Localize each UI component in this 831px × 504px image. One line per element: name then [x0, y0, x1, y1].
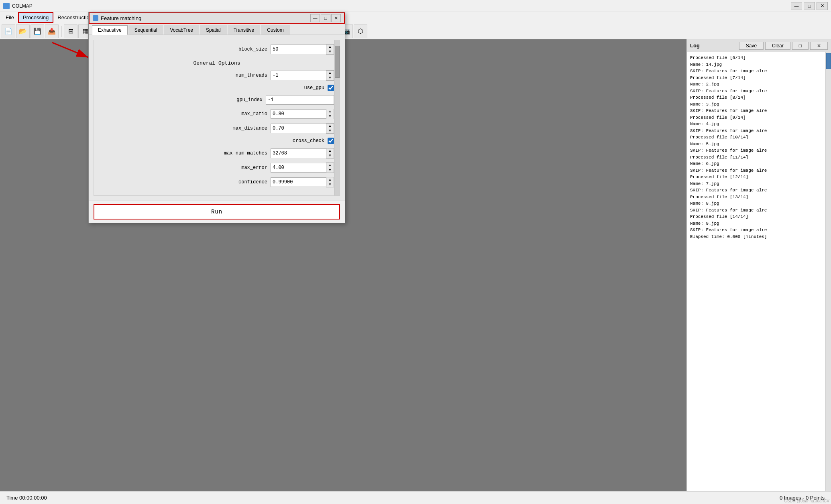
log-entry: Name: 3.jpg [690, 101, 828, 108]
dialog-content: block_size ▲ ▼ General Options num_threa… [89, 35, 345, 201]
block-size-input[interactable] [271, 45, 326, 54]
confidence-down[interactable]: ▼ [326, 182, 334, 187]
close-button[interactable]: ✕ [817, 2, 828, 10]
dialog-scrollbar-thumb [335, 46, 340, 78]
log-save-button[interactable]: Save [739, 42, 764, 50]
log-entry: Name: 4.jpg [690, 121, 828, 128]
app-title: COLMAP [12, 3, 33, 9]
max-error-up[interactable]: ▲ [326, 163, 334, 168]
max-distance-down[interactable]: ▼ [326, 128, 334, 133]
confidence-up[interactable]: ▲ [326, 177, 334, 182]
maximize-button[interactable]: □ [804, 2, 815, 10]
app-icon [3, 3, 10, 9]
log-clear-button[interactable]: Clear [765, 42, 790, 50]
log-entry: Processed file [9/14] [690, 114, 828, 121]
num-threads-input[interactable] [271, 71, 326, 80]
cross-check-label: cross_check [272, 138, 324, 144]
max-error-row: max_error ▲ ▼ [100, 163, 334, 173]
block-size-arrows: ▲ ▼ [326, 44, 334, 55]
num-threads-up[interactable]: ▲ [326, 71, 334, 75]
max-num-matches-row: max_num_matches ▲ ▼ [100, 148, 334, 159]
tab-sequential[interactable]: Sequential [128, 25, 163, 35]
log-title: Log [690, 43, 700, 49]
block-size-up[interactable]: ▲ [326, 45, 334, 49]
run-button[interactable]: Run [94, 204, 340, 219]
gpu-index-input[interactable] [266, 95, 334, 105]
max-distance-spinner: ▲ ▼ [271, 123, 334, 134]
log-entry: Name: 5.jpg [690, 141, 828, 148]
max-distance-input[interactable] [271, 124, 326, 133]
num-threads-label: num_threads [215, 73, 267, 78]
log-scrollbar[interactable] [825, 52, 831, 491]
dialog-minimize[interactable]: — [310, 14, 320, 22]
tab-spatial[interactable]: Spatial [200, 25, 227, 35]
max-error-spinner: ▲ ▼ [271, 163, 334, 173]
log-entry: SKIP: Features for image alre [690, 147, 828, 154]
tab-transitive[interactable]: Transitive [228, 25, 261, 35]
toolbar-grid[interactable]: ⊞ [64, 24, 77, 38]
max-error-input[interactable] [271, 163, 326, 173]
menu-processing[interactable]: Processing [18, 12, 53, 23]
block-size-spinner: ▲ ▼ [271, 44, 334, 55]
status-bar: Time 00:00:00:00 0 Images - 0 Points [0, 491, 831, 504]
log-close-button[interactable]: ✕ [810, 42, 828, 50]
log-entry: Name: 14.jpg [690, 61, 828, 68]
tab-vocabtree[interactable]: VocabTree [164, 25, 199, 35]
status-time: Time 00:00:00:00 [6, 495, 47, 501]
general-options-title: General Options [100, 60, 334, 66]
tab-custom[interactable]: Custom [261, 25, 289, 35]
max-ratio-spinner: ▲ ▼ [271, 109, 334, 119]
confidence-arrows: ▲ ▼ [326, 177, 334, 187]
log-entry: Name: 2.jpg [690, 81, 828, 88]
log-entry: Processed file [8/14] [690, 94, 828, 101]
max-error-label: max_error [215, 165, 267, 171]
minimize-button[interactable]: — [791, 2, 802, 10]
max-ratio-input[interactable] [271, 109, 326, 119]
max-ratio-up[interactable]: ▲ [326, 109, 334, 114]
confidence-input[interactable] [271, 177, 326, 187]
menu-file[interactable]: File [2, 12, 18, 23]
max-error-arrows: ▲ ▼ [326, 163, 334, 173]
max-num-matches-input[interactable] [271, 148, 326, 158]
log-entry: Processed file [14/14] [690, 213, 828, 220]
max-num-matches-down[interactable]: ▼ [326, 153, 334, 158]
use-gpu-label: use_gpu [272, 85, 324, 91]
dialog-title-left: Feature matching [93, 15, 141, 21]
svg-line-1 [52, 43, 88, 57]
max-num-matches-up[interactable]: ▲ [326, 148, 334, 153]
log-content[interactable]: Processed file [6/14] Name: 14.jpg SKIP:… [687, 52, 831, 491]
max-ratio-label: max_ratio [215, 111, 267, 117]
watermark: CSDN @Joanna.JuanCV [784, 499, 829, 503]
num-threads-down[interactable]: ▼ [326, 75, 334, 80]
max-num-matches-arrows: ▲ ▼ [326, 148, 334, 159]
dialog-maximize[interactable]: □ [321, 14, 330, 22]
toolbar-mesh[interactable]: ⬡ [354, 24, 367, 38]
use-gpu-checkbox[interactable] [328, 85, 334, 91]
tab-exhaustive[interactable]: Exhaustive [92, 25, 128, 35]
dialog-scrollbar[interactable] [334, 40, 340, 195]
cross-check-checkbox[interactable] [328, 138, 334, 144]
log-entry: Name: 9.jpg [690, 220, 828, 227]
log-entry: Processed file [13/14] [690, 194, 828, 201]
log-restore-button[interactable]: □ [792, 42, 809, 50]
dialog-close[interactable]: ✕ [331, 14, 341, 22]
max-error-down[interactable]: ▼ [326, 168, 334, 173]
log-entry: Name: 8.jpg [690, 200, 828, 207]
max-distance-up[interactable]: ▲ [326, 124, 334, 128]
num-threads-row: num_threads ▲ ▼ [100, 70, 334, 81]
toolbar-new[interactable]: 📄 [2, 24, 15, 38]
log-panel: Log Save Clear □ ✕ Processed file [6/14]… [686, 39, 831, 491]
log-entry: SKIP: Features for image alre [690, 207, 828, 214]
toolbar-save[interactable]: 💾 [31, 24, 44, 38]
log-entry: Elapsed time: 0.000 [minutes] [690, 234, 828, 240]
window-controls: — □ ✕ [791, 2, 828, 10]
dialog-title-text: Feature matching [101, 15, 141, 21]
max-ratio-down[interactable]: ▼ [326, 114, 334, 119]
toolbar-open[interactable]: 📂 [16, 24, 30, 38]
log-header: Log Save Clear □ ✕ [687, 39, 831, 52]
block-size-down[interactable]: ▼ [326, 49, 334, 54]
toolbar-export[interactable]: 📤 [45, 24, 59, 38]
dialog-title-controls: — □ ✕ [310, 14, 341, 22]
log-entry: SKIP: Features for image alre [690, 68, 828, 75]
log-entry: Name: 6.jpg [690, 161, 828, 167]
